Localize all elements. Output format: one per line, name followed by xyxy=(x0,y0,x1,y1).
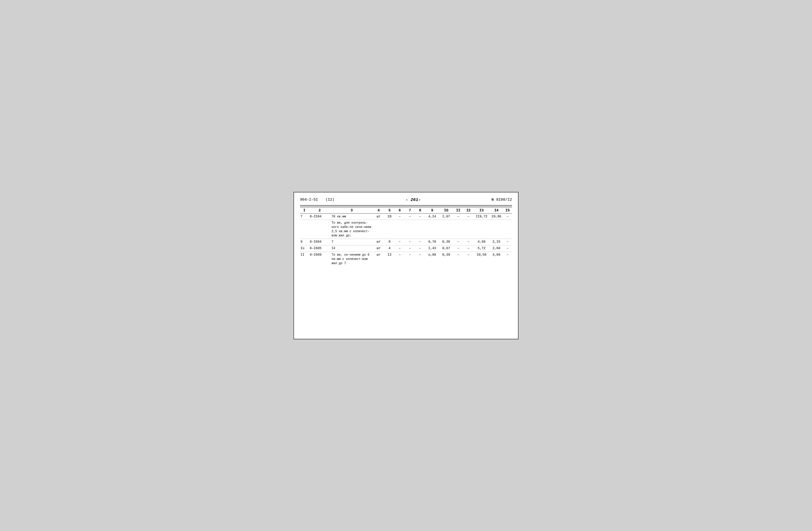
cell-row3-col11: – xyxy=(453,246,464,252)
cell-row2-col13: 4,68 xyxy=(474,239,490,246)
cell-row3-col15: – xyxy=(503,246,512,252)
col-header-3: 3 xyxy=(331,207,373,213)
cell-row2-col9: 0,78 xyxy=(425,239,439,246)
table-row: Iо8–I605I4шт4–––I,430,67––5,722,68– xyxy=(300,246,512,252)
cell-row4-col14: 4,68 xyxy=(490,252,503,267)
cell-row3-col4: шт xyxy=(373,246,385,252)
cell-row2-col14: 2,I6 xyxy=(490,239,503,246)
table-row: 78–I59470 кв.ммшт28–––4,24I,07––II8,7229… xyxy=(300,213,512,220)
cell-row4-col1: II xyxy=(300,252,309,267)
cell-row3-col10: 0,67 xyxy=(439,246,453,252)
cell-row1-col6 xyxy=(395,220,405,239)
cell-row0-col10: I,07 xyxy=(439,213,453,220)
cell-row3-col8: – xyxy=(415,246,425,252)
cell-row2-col2: 8–I604 xyxy=(309,239,331,246)
double-line-separator xyxy=(300,205,512,207)
col-header-13: I3 xyxy=(474,207,490,213)
col-header-12: I2 xyxy=(463,207,474,213)
cell-row4-col4: шт xyxy=(373,252,385,267)
cell-row3-col2: 8–I605 xyxy=(309,246,331,252)
cell-row3-col7: – xyxy=(405,246,415,252)
cell-row0-col5: 28 xyxy=(385,213,395,220)
doc-paren: (I2) xyxy=(325,198,334,202)
cell-row4-col3: То же, се-чением до 6 кв.мм с количест-в… xyxy=(331,252,373,267)
cell-row0-col8: – xyxy=(415,213,425,220)
cell-row1-col12 xyxy=(463,220,474,239)
cell-row2-col1: 9 xyxy=(300,239,309,246)
cell-row4-col7: – xyxy=(405,252,415,267)
cell-row3-col9: I,43 xyxy=(425,246,439,252)
cell-row2-col12: – xyxy=(463,239,474,246)
col-header-7: 7 xyxy=(405,207,415,213)
cell-row1-col11 xyxy=(453,220,464,239)
cell-row1-col8 xyxy=(415,220,425,239)
cell-row2-col10: 0,36 xyxy=(439,239,453,246)
col-header-1: I xyxy=(300,207,309,213)
cell-row4-col2: 8–I609 xyxy=(309,252,331,267)
col-header-2: 2 xyxy=(309,207,331,213)
cell-row0-col1: 7 xyxy=(300,213,309,220)
cell-row0-col9: 4,24 xyxy=(425,213,439,220)
table-row: 98–I6047шт6–––0,780,36––4,682,I6– xyxy=(300,239,512,246)
col-header-14: I4 xyxy=(490,207,503,213)
table-row: То же, для контроль-ного кабе-ля сече-ни… xyxy=(300,220,512,239)
cell-row1-col13 xyxy=(474,220,490,239)
cell-row0-col3: 70 кв.мм xyxy=(331,213,373,220)
cell-row0-col6: – xyxy=(395,213,405,220)
cell-row4-col10: 0,39 xyxy=(439,252,453,267)
col-header-8: 8 xyxy=(415,207,425,213)
cell-row4-col13: I0,56 xyxy=(474,252,490,267)
col-header-15: I5 xyxy=(503,207,512,213)
cell-row2-col15: – xyxy=(503,239,512,246)
cell-row4-col9: о,88 xyxy=(425,252,439,267)
col-header-4: 4 xyxy=(373,207,385,213)
cell-row4-col15: – xyxy=(503,252,512,267)
cell-row1-col9 xyxy=(425,220,439,239)
cell-row1-col15 xyxy=(503,220,512,239)
col-header-5: 5 xyxy=(385,207,395,213)
cell-row3-col5: 4 xyxy=(385,246,395,252)
cell-row3-col12: – xyxy=(463,246,474,252)
cell-row3-col3: I4 xyxy=(331,246,373,252)
table-row: II8–I609То же, се-чением до 6 кв.мм с ко… xyxy=(300,252,512,267)
header-left: 904–I–5I (I2) xyxy=(300,198,334,202)
document-page: 904–I–5I (I2) - 261- № 8I08/I2 I 2 3 4 5… xyxy=(293,192,519,339)
cell-row2-col3: 7 xyxy=(331,239,373,246)
cell-row2-col5: 6 xyxy=(385,239,395,246)
cell-row2-col11: – xyxy=(453,239,464,246)
cell-row1-col7 xyxy=(405,220,415,239)
cell-row3-col6: – xyxy=(395,246,405,252)
col-header-11: II xyxy=(453,207,464,213)
cell-row3-col13: 5,72 xyxy=(474,246,490,252)
cell-row2-col4: шт xyxy=(373,239,385,246)
cell-row0-col13: II8,72 xyxy=(474,213,490,220)
cell-row1-col2 xyxy=(309,220,331,239)
cell-row1-col4 xyxy=(373,220,385,239)
col-header-10: IO xyxy=(439,207,453,213)
cell-row0-col4: шт xyxy=(373,213,385,220)
cell-row1-col14 xyxy=(490,220,503,239)
cell-row0-col7: – xyxy=(405,213,415,220)
doc-number: № 8I08/I2 xyxy=(492,198,512,202)
cell-row1-col3: То же, для контроль-ного кабе-ля сече-ни… xyxy=(331,220,373,239)
cell-row3-col1: Iо xyxy=(300,246,309,252)
cell-row3-col14: 2,68 xyxy=(490,246,503,252)
cell-row4-col11: – xyxy=(453,252,464,267)
col-header-6: 6 xyxy=(395,207,405,213)
cell-row1-col1 xyxy=(300,220,309,239)
main-table: I 2 3 4 5 6 7 8 9 IO II I2 I3 I4 I5 xyxy=(300,207,512,267)
cell-row0-col11: – xyxy=(453,213,464,220)
cell-row4-col5: I2 xyxy=(385,252,395,267)
column-header-row: I 2 3 4 5 6 7 8 9 IO II I2 I3 I4 I5 xyxy=(300,207,512,213)
cell-row4-col12: – xyxy=(463,252,474,267)
cell-row4-col8: – xyxy=(415,252,425,267)
cell-row1-col5 xyxy=(385,220,395,239)
cell-row2-col7: – xyxy=(405,239,415,246)
doc-code: 904–I–5I xyxy=(300,198,318,202)
cell-row0-col12: – xyxy=(463,213,474,220)
cell-row0-col2: 8–I594 xyxy=(309,213,331,220)
cell-row1-col10 xyxy=(439,220,453,239)
cell-row4-col6: – xyxy=(395,252,405,267)
cell-row0-col14: 29,96 xyxy=(490,213,503,220)
page-header: 904–I–5I (I2) - 261- № 8I08/I2 xyxy=(300,197,512,202)
